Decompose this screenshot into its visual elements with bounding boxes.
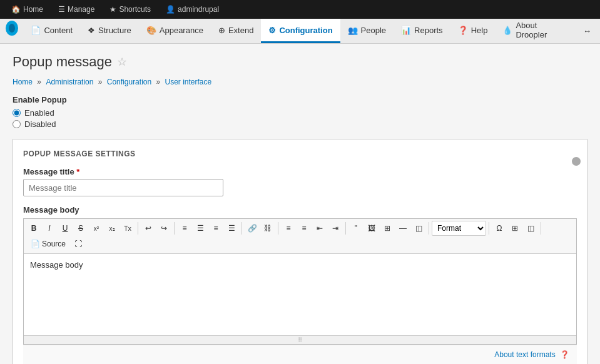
message-title-field: Message title *	[23, 167, 577, 196]
nav-extend-label: Extend	[228, 26, 253, 35]
align-right-button[interactable]: ≡	[208, 221, 223, 236]
radio-enabled-label: Enabled	[24, 108, 54, 118]
table-button[interactable]: ⊞	[380, 221, 395, 236]
align-left-button[interactable]: ≡	[177, 221, 192, 236]
manage-label: Manage	[68, 5, 94, 14]
underline-button[interactable]: U	[58, 221, 73, 236]
toolbar-sep-8	[541, 222, 541, 235]
media-button[interactable]: ◫	[523, 221, 538, 236]
breadcrumb-administration[interactable]: Administration	[46, 78, 93, 86]
hline-button[interactable]: —	[395, 221, 410, 236]
message-body-label: Message body	[23, 205, 577, 215]
fullscreen-button[interactable]: ⛶	[71, 236, 86, 251]
home-label: Home	[23, 5, 43, 14]
toolbar-sep-3	[242, 222, 242, 235]
secondary-nav: 📄 Content ❖ Structure 🎨 Appearance ⊕ Ext…	[0, 19, 600, 44]
subscript-button[interactable]: x₂	[104, 221, 119, 236]
source-button[interactable]: 📄 Source	[26, 236, 70, 251]
breadcrumb-home[interactable]: Home	[13, 78, 33, 86]
shortcuts-label: Shortcuts	[119, 5, 151, 14]
page-title: Popup message	[13, 54, 112, 70]
link-button[interactable]: 🔗	[245, 221, 260, 236]
page-content: Popup message ☆ Home » Administration » …	[0, 44, 600, 364]
nav-reports-label: Reports	[414, 26, 443, 35]
page-title-row: Popup message ☆	[13, 54, 587, 70]
breadcrumb-sep-2: »	[98, 78, 104, 86]
admin-bar: 🏠 Home ☰ Manage ★ Shortcuts 👤 admindrupa…	[0, 0, 600, 19]
outdent-button[interactable]: ⇤	[312, 221, 327, 236]
shortcuts-icon: ★	[109, 5, 116, 14]
toolbar-sep-1	[138, 222, 138, 235]
toolbar-sep-5	[345, 222, 346, 235]
drag-handle[interactable]	[572, 157, 581, 166]
unlink-button[interactable]: ⛓	[260, 221, 275, 236]
nav-extend[interactable]: ⊕ Extend	[211, 19, 261, 43]
reports-icon: 📊	[401, 26, 411, 35]
nav-structure-label: Structure	[98, 26, 131, 35]
message-body-section: Message body B I U S x² x₂ Tx ↩ ↪ ≡	[23, 205, 577, 364]
redo-button[interactable]: ↪	[156, 221, 171, 236]
removeformat-button[interactable]: Tx	[120, 221, 135, 236]
editor-resize-bar[interactable]: ⠿	[24, 335, 576, 344]
help-circle-icon: ❓	[560, 350, 569, 359]
radio-enabled[interactable]: Enabled	[13, 108, 587, 118]
breadcrumb-sep-3: »	[156, 78, 163, 86]
user-icon: 👤	[166, 5, 175, 14]
radio-disabled[interactable]: Disabled	[13, 119, 587, 129]
drupal-logo[interactable]	[3, 19, 21, 38]
justify-button[interactable]: ☰	[224, 221, 239, 236]
nav-help[interactable]: ❓ Help	[450, 19, 496, 43]
configuration-icon: ⚙	[268, 26, 276, 35]
bullet-list-button[interactable]: ≡	[281, 221, 296, 236]
shortcuts-link[interactable]: ★ Shortcuts	[103, 0, 157, 19]
toolbar-sep-6	[429, 222, 429, 235]
nav-structure[interactable]: ❖ Structure	[80, 19, 139, 43]
superscript-button[interactable]: x²	[89, 221, 104, 236]
image-button[interactable]: 🖼	[364, 221, 379, 236]
breadcrumb-user-interface[interactable]: User interface	[165, 78, 212, 86]
table-of-contents-button[interactable]: ⊞	[507, 221, 522, 236]
help-icon: ❓	[458, 26, 468, 35]
nav-reports[interactable]: 📊 Reports	[394, 19, 450, 43]
breadcrumb: Home » Administration » Configuration » …	[13, 78, 587, 86]
about-text-formats-bar: About text formats ❓	[23, 345, 577, 364]
indent-button[interactable]: ⇥	[328, 221, 343, 236]
about-text-formats-link[interactable]: About text formats	[494, 350, 555, 359]
breadcrumb-configuration[interactable]: Configuration	[107, 78, 151, 86]
align-center-button[interactable]: ☰	[193, 221, 208, 236]
appearance-icon: 🎨	[146, 26, 156, 35]
home-link[interactable]: 🏠 Home	[5, 0, 49, 19]
people-icon: 👥	[348, 26, 358, 35]
editor-body[interactable]: Message body	[24, 254, 576, 335]
svg-point-1	[9, 24, 15, 33]
message-title-input[interactable]	[23, 179, 223, 196]
bookmark-icon[interactable]: ☆	[117, 55, 127, 69]
nav-appearance[interactable]: 🎨 Appearance	[139, 19, 211, 43]
radio-disabled-input[interactable]	[13, 120, 21, 128]
nav-appearance-label: Appearance	[160, 26, 203, 35]
bold-button[interactable]: B	[26, 221, 41, 236]
nav-content[interactable]: 📄 Content	[23, 19, 80, 43]
manage-icon: ☰	[58, 5, 65, 14]
blockquote-button[interactable]: "	[348, 221, 364, 236]
nav-about[interactable]: 💧 About Droopler	[495, 19, 577, 43]
manage-link[interactable]: ☰ Manage	[52, 0, 101, 19]
radio-enabled-input[interactable]	[13, 109, 21, 117]
user-link[interactable]: 👤 admindrupal	[160, 0, 225, 19]
embed-button[interactable]: ◫	[411, 221, 426, 236]
toolbar-sep-4	[278, 222, 278, 235]
breadcrumb-sep-1: »	[37, 78, 43, 86]
nav-people[interactable]: 👥 People	[340, 19, 394, 43]
special-char-button[interactable]: Ω	[492, 221, 507, 236]
strikethrough-button[interactable]: S	[73, 221, 88, 236]
nav-help-label: Help	[471, 26, 488, 35]
italic-button[interactable]: I	[42, 221, 57, 236]
numbered-list-button[interactable]: ≡	[297, 221, 312, 236]
settings-section-title: POPUP MESSAGE SETTINGS	[23, 149, 577, 158]
format-select[interactable]: Format Heading 1 Heading 2 Paragraph	[432, 221, 486, 236]
expand-nav-button[interactable]: ↔	[577, 19, 597, 43]
user-label: admindrupal	[178, 5, 219, 14]
radio-disabled-label: Disabled	[24, 119, 56, 129]
nav-configuration[interactable]: ⚙ Configuration	[261, 19, 340, 43]
undo-button[interactable]: ↩	[141, 221, 156, 236]
